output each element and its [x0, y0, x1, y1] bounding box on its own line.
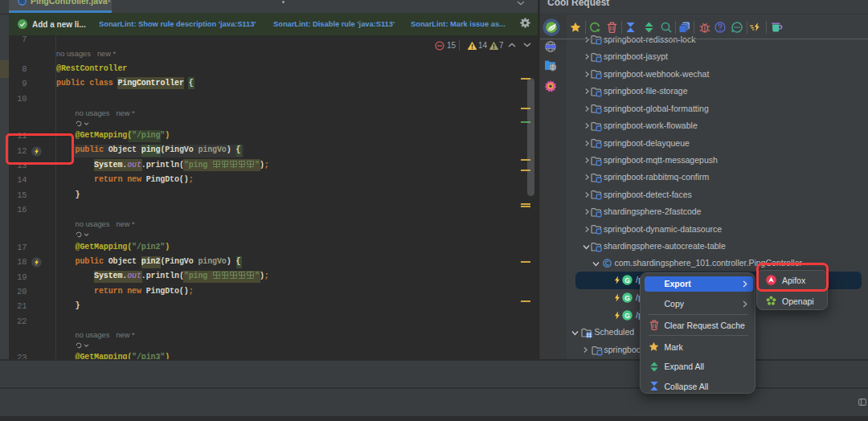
svg-text:G: G [624, 311, 630, 319]
svg-text:G: G [624, 276, 630, 284]
svg-text:G: G [624, 294, 630, 302]
